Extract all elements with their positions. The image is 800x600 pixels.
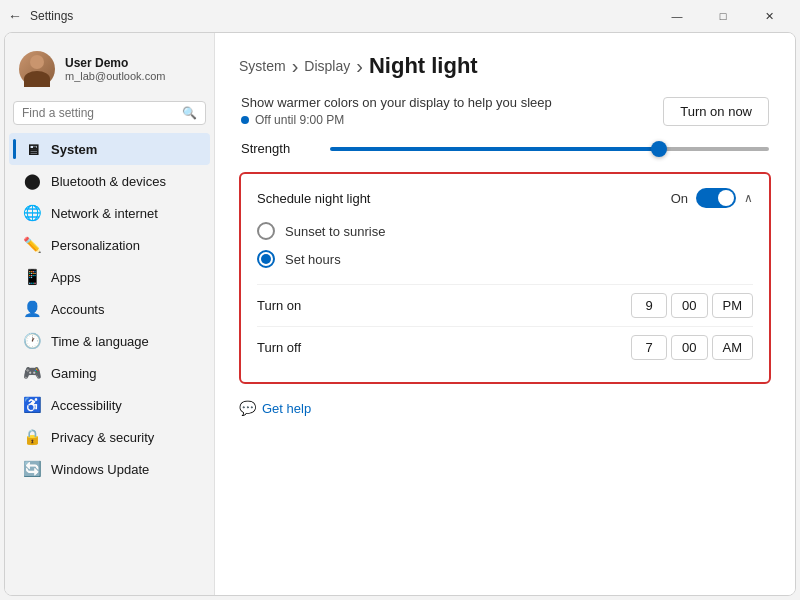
breadcrumb-night-light: Night light: [369, 53, 478, 79]
status-sub: Off until 9:00 PM: [241, 113, 552, 127]
titlebar-controls: — □ ✕: [654, 0, 792, 32]
status-dot: [241, 116, 249, 124]
search-icon: 🔍: [182, 106, 197, 120]
strength-thumb[interactable]: [651, 141, 667, 157]
time-icon: 🕐: [23, 332, 41, 350]
search-box[interactable]: 🔍: [13, 101, 206, 125]
turn-on-row: Turn on 9 00 PM: [257, 284, 753, 326]
privacy-icon: 🔒: [23, 428, 41, 446]
get-help-label: Get help: [262, 401, 311, 416]
sidebar-item-label-network: Network & internet: [51, 206, 158, 221]
network-icon: 🌐: [23, 204, 41, 222]
toggle-thumb: [718, 190, 734, 206]
sidebar-item-apps[interactable]: 📱 Apps: [9, 261, 210, 293]
personalization-icon: ✏️: [23, 236, 41, 254]
radio-inner-set-hours: [261, 254, 271, 264]
radio-set-hours[interactable]: Set hours: [257, 250, 753, 268]
update-icon: 🔄: [23, 460, 41, 478]
close-button[interactable]: ✕: [746, 0, 792, 32]
schedule-right: On ∧: [671, 188, 753, 208]
main-content: System › Display › Night light Show warm…: [215, 33, 795, 595]
toggle-on-label: On: [671, 191, 688, 206]
gaming-icon: 🎮: [23, 364, 41, 382]
turn-on-fields: 9 00 PM: [631, 293, 753, 318]
sidebar-item-accounts[interactable]: 👤 Accounts: [9, 293, 210, 325]
sidebar-item-label-personalization: Personalization: [51, 238, 140, 253]
titlebar-title: Settings: [30, 9, 73, 23]
user-profile[interactable]: User Demo m_lab@outlook.com: [5, 41, 214, 101]
sidebar-item-label-privacy: Privacy & security: [51, 430, 154, 445]
schedule-section: Schedule night light On ∧ Sunset to sunr…: [239, 172, 771, 384]
chevron-up-icon[interactable]: ∧: [744, 191, 753, 205]
sidebar-item-gaming[interactable]: 🎮 Gaming: [9, 357, 210, 389]
sidebar-item-label-bluetooth: Bluetooth & devices: [51, 174, 166, 189]
turn-on-label: Turn on: [257, 298, 301, 313]
breadcrumb-sep-1: ›: [292, 55, 299, 78]
system-icon: 🖥: [23, 140, 41, 158]
accessibility-icon: ♿: [23, 396, 41, 414]
back-button[interactable]: ←: [8, 8, 22, 24]
turn-on-now-button[interactable]: Turn on now: [663, 97, 769, 126]
sidebar-item-privacy[interactable]: 🔒 Privacy & security: [9, 421, 210, 453]
turn-off-label: Turn off: [257, 340, 301, 355]
sidebar: User Demo m_lab@outlook.com 🔍 🖥 System ⬤…: [5, 33, 215, 595]
strength-label: Strength: [241, 141, 290, 156]
radio-outer-sunset: [257, 222, 275, 240]
sidebar-item-update[interactable]: 🔄 Windows Update: [9, 453, 210, 485]
sidebar-item-personalization[interactable]: ✏️ Personalization: [9, 229, 210, 261]
turn-off-period[interactable]: AM: [712, 335, 754, 360]
search-input[interactable]: [22, 106, 182, 120]
maximize-button[interactable]: □: [700, 0, 746, 32]
radio-label-sunset: Sunset to sunrise: [285, 224, 385, 239]
turn-off-fields: 7 00 AM: [631, 335, 753, 360]
help-icon: 💬: [239, 400, 256, 416]
sidebar-item-label-accounts: Accounts: [51, 302, 104, 317]
radio-sunset[interactable]: Sunset to sunrise: [257, 222, 753, 240]
status-row: Show warmer colors on your display to he…: [239, 95, 771, 127]
sidebar-item-label-accessibility: Accessibility: [51, 398, 122, 413]
turn-off-hour[interactable]: 7: [631, 335, 667, 360]
turn-off-row: Turn off 7 00 AM: [257, 326, 753, 368]
sidebar-item-label-apps: Apps: [51, 270, 81, 285]
sidebar-item-label-time: Time & language: [51, 334, 149, 349]
sidebar-item-bluetooth[interactable]: ⬤ Bluetooth & devices: [9, 165, 210, 197]
schedule-label: Schedule night light: [257, 191, 370, 206]
turn-on-minute[interactable]: 00: [671, 293, 707, 318]
user-email: m_lab@outlook.com: [65, 70, 200, 82]
get-help[interactable]: 💬 Get help: [239, 400, 771, 416]
sidebar-item-label-system: System: [51, 142, 97, 157]
status-text: Off until 9:00 PM: [255, 113, 344, 127]
accounts-icon: 👤: [23, 300, 41, 318]
breadcrumb-system[interactable]: System: [239, 58, 286, 74]
status-left: Show warmer colors on your display to he…: [241, 95, 552, 127]
schedule-header: Schedule night light On ∧: [257, 188, 753, 208]
sidebar-item-system[interactable]: 🖥 System: [9, 133, 210, 165]
sidebar-item-label-update: Windows Update: [51, 462, 149, 477]
sidebar-item-network[interactable]: 🌐 Network & internet: [9, 197, 210, 229]
breadcrumb-sep-2: ›: [356, 55, 363, 78]
sidebar-item-accessibility[interactable]: ♿ Accessibility: [9, 389, 210, 421]
breadcrumb-display[interactable]: Display: [304, 58, 350, 74]
sidebar-item-time[interactable]: 🕐 Time & language: [9, 325, 210, 357]
breadcrumb: System › Display › Night light: [239, 53, 771, 79]
schedule-toggle[interactable]: [696, 188, 736, 208]
apps-icon: 📱: [23, 268, 41, 286]
strength-slider[interactable]: [330, 147, 769, 151]
main-window: User Demo m_lab@outlook.com 🔍 🖥 System ⬤…: [4, 32, 796, 596]
turn-off-minute[interactable]: 00: [671, 335, 707, 360]
user-name: User Demo: [65, 56, 200, 70]
titlebar: ← Settings — □ ✕: [0, 0, 800, 32]
turn-on-period[interactable]: PM: [712, 293, 754, 318]
strength-slider-container[interactable]: [330, 147, 769, 151]
user-info: User Demo m_lab@outlook.com: [65, 56, 200, 82]
avatar: [19, 51, 55, 87]
radio-outer-set-hours: [257, 250, 275, 268]
turn-on-hour[interactable]: 9: [631, 293, 667, 318]
titlebar-left: ← Settings: [8, 8, 73, 24]
radio-label-set-hours: Set hours: [285, 252, 341, 267]
minimize-button[interactable]: —: [654, 0, 700, 32]
bluetooth-icon: ⬤: [23, 172, 41, 190]
status-description: Show warmer colors on your display to he…: [241, 95, 552, 110]
radio-options: Sunset to sunrise Set hours: [257, 222, 753, 268]
sidebar-item-label-gaming: Gaming: [51, 366, 97, 381]
